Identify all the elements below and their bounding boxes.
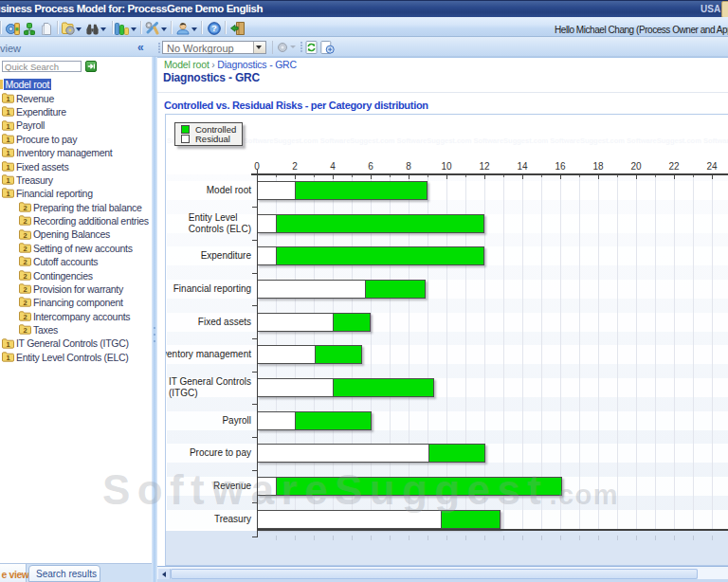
svg-text:2: 2 [23, 245, 27, 253]
svg-text:2: 2 [23, 204, 27, 212]
svg-text:2: 2 [23, 326, 27, 335]
svg-text:2: 2 [23, 313, 27, 321]
svg-text:1: 1 [6, 95, 9, 103]
svg-text:2: 2 [23, 217, 27, 226]
svg-text:1: 1 [6, 136, 9, 144]
svg-text:2: 2 [23, 272, 27, 281]
svg-text:1: 1 [6, 354, 9, 362]
svg-text:1: 1 [6, 176, 9, 185]
svg-text:?: ? [211, 23, 217, 33]
svg-text:2: 2 [23, 299, 27, 307]
svg-text:2: 2 [23, 258, 27, 266]
svg-text:1: 1 [6, 108, 9, 117]
svg-text:1: 1 [6, 190, 9, 198]
svg-text:1: 1 [6, 149, 9, 157]
svg-text:1: 1 [6, 163, 9, 172]
svg-text:2: 2 [23, 231, 27, 240]
svg-text:2: 2 [23, 285, 27, 294]
svg-text:1: 1 [6, 340, 9, 349]
svg-text:1: 1 [6, 122, 9, 131]
